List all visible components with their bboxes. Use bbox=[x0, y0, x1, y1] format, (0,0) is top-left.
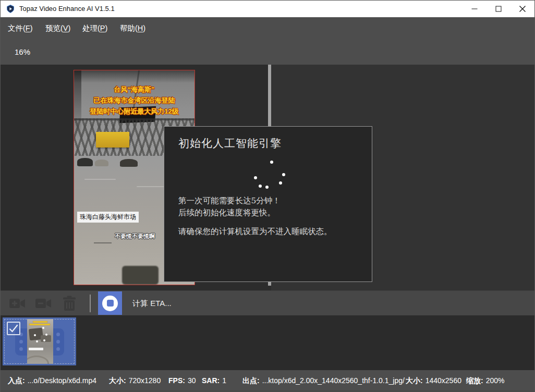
menu-file[interactable]: 文件(F) bbox=[8, 17, 33, 39]
video-debris bbox=[94, 242, 112, 243]
status-in-point: 入点:...o/Desktop/x6d.mp4 bbox=[8, 370, 96, 391]
check-icon bbox=[8, 323, 19, 334]
video-car bbox=[77, 158, 93, 166]
video-sky-shade bbox=[74, 70, 194, 83]
menu-help[interactable]: 帮助(H) bbox=[120, 17, 145, 39]
status-fps: FPS:30 bbox=[168, 370, 196, 391]
video-location-label: 珠海白藤头海鲜市场 bbox=[77, 212, 139, 223]
maximize-button[interactable] bbox=[487, 1, 510, 17]
dialog-message-2: 请确保您的计算机设置为不进入睡眠状态。 bbox=[178, 226, 332, 238]
menu-preview[interactable]: 预览(V) bbox=[45, 17, 70, 39]
status-in-size: 大小:720x1280 bbox=[109, 370, 161, 391]
video-car bbox=[95, 160, 108, 166]
minimize-icon bbox=[472, 9, 478, 9]
playback-toolbar: 16% 0 / 357 [ 0 : 357 ] bbox=[1, 39, 535, 65]
thumbnail-checkbox[interactable] bbox=[7, 322, 20, 335]
title-bar: Topaz Video Enhance AI V1.5.1 bbox=[1, 1, 535, 17]
eta-label: 计算 ETA... bbox=[132, 291, 172, 316]
processing-toolbar: 计算 ETA... bbox=[1, 290, 535, 315]
video-car bbox=[120, 159, 138, 167]
dialog-title: 初始化人工智能引擎 bbox=[178, 136, 282, 151]
overlay-line-3: 登陆时中心附近最大风力12级 bbox=[74, 106, 194, 117]
app-window: Topaz Video Enhance AI V1.5.1 文件(F) 预览(V… bbox=[0, 0, 535, 392]
overlay-line-1: 台风“海高斯” bbox=[74, 84, 194, 95]
video-dark-object bbox=[122, 266, 159, 285]
stop-processing-icon bbox=[102, 296, 118, 311]
dialog-message-1: 第一次可能需要长达5分钟！ 后续的初始化速度将更快。 bbox=[178, 195, 281, 219]
close-icon bbox=[519, 6, 526, 13]
remove-video-icon[interactable] bbox=[35, 297, 53, 310]
overlay-line-2: 已在珠海市金湾区沿海登陆 bbox=[74, 95, 194, 106]
preview-area: 台风“海高斯” 已在珠海市金湾区沿海登陆 登陆时中心附近最大风力12级 珠海白藤… bbox=[1, 65, 535, 290]
video-overlay-title: 台风“海高斯” 已在珠海市金湾区沿海登陆 登陆时中心附近最大风力12级 bbox=[74, 84, 194, 117]
ai-init-dialog: 初始化人工智能引擎 第一次可能需要长达5分钟！ 后续的初始化速度将更快。 请确保… bbox=[164, 126, 372, 282]
video-yellow-sign bbox=[96, 132, 129, 148]
status-zoom: 缩放:200% bbox=[466, 370, 504, 391]
video-water-streak bbox=[84, 179, 116, 180]
status-sar: SAR:1 bbox=[202, 370, 226, 391]
minimize-button[interactable] bbox=[463, 1, 487, 17]
video-thumbnail-tile[interactable] bbox=[3, 317, 76, 365]
menu-process[interactable]: 处理(P) bbox=[82, 17, 107, 39]
thumbnail-strip bbox=[1, 315, 535, 370]
stop-processing-button[interactable] bbox=[98, 291, 122, 315]
trash-icon[interactable] bbox=[63, 296, 76, 311]
thumbnail-image bbox=[27, 319, 53, 364]
close-button[interactable] bbox=[510, 1, 534, 17]
toolbar-divider bbox=[90, 295, 91, 312]
menu-bar: 文件(F) 预览(V) 处理(P) 帮助(H) bbox=[1, 17, 535, 39]
status-out-size: 大小:1440x2560 bbox=[406, 370, 461, 391]
status-bar: 入点:...o/Desktop/x6d.mp4 大小:720x1280 FPS:… bbox=[1, 370, 535, 392]
zoom-level-label: 16% bbox=[15, 39, 30, 65]
status-out-point: 出点:...ktop/x6d_2.00x_1440x2560_thf-1.0.1… bbox=[242, 370, 405, 391]
app-logo-icon bbox=[6, 5, 15, 13]
window-title: Topaz Video Enhance AI V1.5.1 bbox=[19, 1, 115, 17]
add-video-icon[interactable] bbox=[9, 297, 27, 310]
video-caption: 不要慌不要慌啊 bbox=[115, 232, 155, 240]
maximize-icon bbox=[496, 6, 502, 12]
